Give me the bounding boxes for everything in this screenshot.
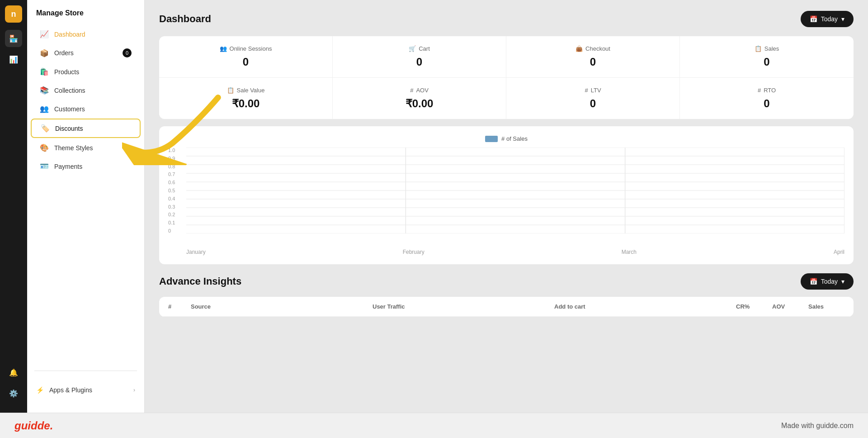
y-label: 0 [168,228,175,233]
sidebar-item-label: Payments [54,163,82,170]
y-axis-labels: 1.0 0.9 0.8 0.7 0.6 0.5 0.4 0.3 0.2 0.1 … [168,148,175,233]
stat-rto: # RTO 0 [680,78,854,119]
stat-label: 👥 Online Sessions [170,45,321,52]
y-label: 0.1 [168,220,175,225]
y-label: 0.8 [168,164,175,169]
sidebar-item-dashboard[interactable]: 📈 Dashboard [31,25,141,43]
sidebar-item-discounts[interactable]: 🏷️ Discounts [31,119,141,138]
stat-label-text: AOV [416,87,428,94]
chart-container: # of Sales 1.0 0.9 0.8 0.7 0.6 0.5 0.4 0… [159,126,854,264]
legend-color-sales [485,136,498,142]
x-label-feb: February [403,249,425,255]
app-logo: n [5,5,22,23]
logo-letter: n [11,10,16,19]
guidde-tagline: Made with guidde.com [781,422,854,430]
y-label: 0.5 [168,188,175,193]
stat-label-text: Sales [764,45,779,52]
sidebar-divider [34,371,137,371]
sidebar-item-label: Products [54,68,79,76]
bell-icon-btn[interactable]: 🔔 [5,364,22,381]
icon-bar: n 🏪 📊 🔔 ⚙️ [0,0,27,413]
today-button-label: Today [821,15,838,23]
stats-container: 👥 Online Sessions 0 🛒 Cart 0 👜 Checko [159,36,854,119]
col-hash: # [168,303,191,310]
today-button[interactable]: 📅 Today ▾ [801,11,854,27]
stat-label: # RTO [691,87,843,94]
y-label: 0.4 [168,196,175,201]
stat-value: 0 [517,56,669,68]
dashboard-icon: 📈 [40,30,49,38]
sale-value-icon: 📋 [227,87,234,94]
discounts-icon: 🏷️ [41,124,50,133]
sidebar-bottom: ⚡ Apps & Plugins › [27,376,144,404]
stat-value: 0 [344,56,495,68]
chart-area: 1.0 0.9 0.8 0.7 0.6 0.5 0.4 0.3 0.2 0.1 … [168,148,844,247]
chart-legend: # of Sales [168,135,844,142]
stat-value: ₹0.00 [170,97,321,110]
chevron-down-icon: ▾ [841,15,844,23]
chart-svg [186,148,844,233]
col-sales: Sales [808,303,844,310]
sidebar-item-customers[interactable]: 👥 Customers [31,100,141,118]
settings-icon-btn[interactable]: ⚙️ [5,385,22,402]
payments-icon: 🪪 [40,162,49,171]
sidebar-item-label: Collections [54,87,85,94]
sidebar-item-orders[interactable]: 📦 Orders 0 [31,44,141,62]
aov-hash-icon: # [410,87,413,94]
sidebar-nav: 📈 Dashboard 📦 Orders 0 🛍️ Products 📚 Col… [27,24,144,365]
stat-aov: # AOV ₹0.00 [333,78,506,119]
stat-ltv: # LTV 0 [506,78,680,119]
stat-value: ₹0.00 [344,97,495,110]
y-label: 1.0 [168,148,175,153]
online-sessions-icon: 👥 [220,45,227,52]
apps-icon: ⚡ [36,386,44,394]
apps-label: Apps & Plugins [49,386,92,394]
chevron-right-icon: › [133,387,135,393]
stat-checkout: 👜 Checkout 0 [506,36,680,77]
chart-icon-btn[interactable]: 📊 [5,51,22,68]
stat-label: 📋 Sales [691,45,843,52]
sidebar-item-payments[interactable]: 🪪 Payments [31,157,141,175]
sidebar-item-products[interactable]: 🛍️ Products [31,63,141,81]
stats-row-2: 📋 Sale Value ₹0.00 # AOV ₹0.00 # LTV [159,78,854,119]
stat-value: 0 [691,56,843,68]
stat-label-text: Online Sessions [230,45,272,52]
collections-icon: 📚 [40,86,49,95]
cart-icon: 🛒 [409,45,416,52]
stat-online-sessions: 👥 Online Sessions 0 [159,36,333,77]
stat-cart: 🛒 Cart 0 [333,36,506,77]
stat-value: 0 [517,97,669,110]
calendar-icon: 📅 [810,15,817,23]
sidebar-item-collections[interactable]: 📚 Collections [31,81,141,99]
x-label-apr: April [834,249,844,255]
stat-label-text: Sale Value [237,87,265,94]
stat-sales: 📋 Sales 0 [680,36,854,77]
bottom-bar: guidde. Made with guidde.com [0,413,868,438]
insights-today-button[interactable]: 📅 Today ▾ [801,273,854,290]
checkout-icon: 👜 [576,45,583,52]
y-label: 0.3 [168,204,175,209]
calendar-icon-2: 📅 [810,278,817,285]
theme-styles-icon: 🎨 [40,143,49,152]
x-axis-labels: January February March April [168,249,844,255]
dashboard-title: Dashboard [159,13,211,25]
x-label-mar: March [622,249,637,255]
y-label: 0.9 [168,156,175,161]
stat-label: # LTV [517,87,669,94]
sidebar-item-label: Theme Styles [54,144,93,152]
guidde-logo: guidde. [14,419,53,432]
y-label: 0.2 [168,212,175,217]
insights-header: Advance Insights 📅 Today ▾ [159,273,854,290]
stat-label: # AOV [344,87,495,94]
stat-label-text: LTV [591,87,601,94]
stat-label-text: Checkout [585,45,610,52]
sidebar-title: Manage Store [27,9,144,24]
sidebar-item-apps[interactable]: ⚡ Apps & Plugins › [31,382,141,398]
col-user-traffic: User Traffic [373,303,554,310]
stat-value: 0 [691,97,843,110]
sidebar-item-theme-styles[interactable]: 🎨 Theme Styles [31,139,141,157]
stat-value: 0 [170,56,321,68]
customers-icon: 👥 [40,105,49,113]
x-label-jan: January [186,249,206,255]
store-icon-btn[interactable]: 🏪 [5,30,22,47]
